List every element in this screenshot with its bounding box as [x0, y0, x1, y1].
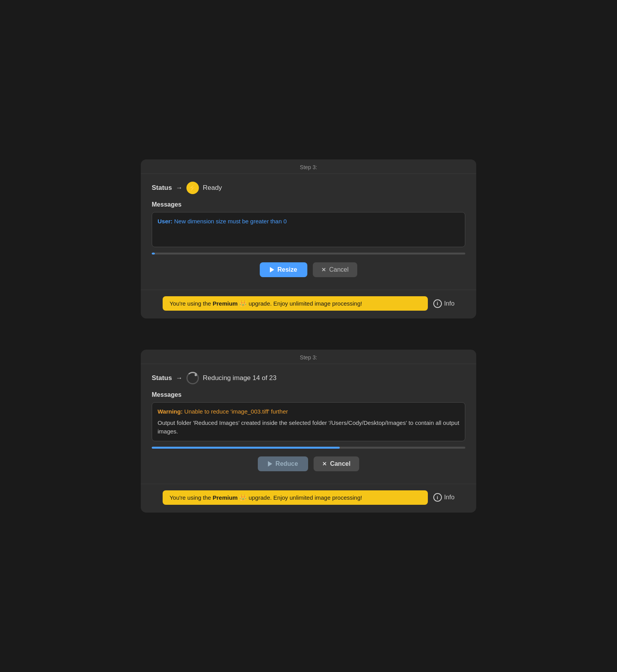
crown-icon-2: 👑 — [239, 494, 247, 501]
premium-text-after-2: upgrade. Enjoy unlimited image processin… — [248, 494, 362, 501]
premium-text-after-1: upgrade. Enjoy unlimited image processin… — [248, 300, 362, 307]
cancel-button-1[interactable]: ✕ Cancel — [313, 262, 357, 277]
progress-fill-1 — [152, 253, 155, 255]
step-header-2: Step 3: — [141, 350, 476, 364]
progress-track-1 — [152, 253, 465, 255]
progress-track-2 — [152, 447, 465, 449]
spinner-icon — [186, 372, 199, 384]
user-label-1: User: — [158, 218, 172, 225]
info-label-1: Info — [444, 300, 455, 307]
premium-bold-2: Premium — [213, 494, 238, 501]
messages-label-2: Messages — [152, 391, 465, 398]
footer-row-2: You're using the Premium 👑 upgrade. Enjo… — [141, 490, 476, 505]
play-icon-1 — [270, 267, 274, 272]
crown-icon-1: 👑 — [239, 300, 247, 307]
status-label-2: Status — [152, 374, 172, 382]
cancel-label-2: Cancel — [330, 460, 350, 467]
step-header-1: Step 3: — [141, 159, 476, 174]
status-arrow-2: → — [176, 374, 183, 382]
info-label-2: Info — [444, 494, 455, 501]
status-row-1: Status → ⚡ Ready — [152, 182, 465, 194]
panel-1: Step 3: Status → ⚡ Ready Messages User: … — [141, 159, 476, 318]
reduce-button[interactable]: Reduce — [258, 456, 308, 471]
messages-box-2: Warning: Unable to reduce 'image_003.tif… — [152, 402, 465, 441]
warning-text: Unable to reduce 'image_003.tiff' furthe… — [183, 408, 288, 415]
status-label-1: Status — [152, 184, 172, 192]
status-text-2: Reducing image 14 of 23 — [203, 374, 277, 382]
footer-row-1: You're using the Premium 👑 upgrade. Enjo… — [141, 296, 476, 311]
resize-button[interactable]: Resize — [260, 262, 307, 277]
status-arrow-1: → — [176, 184, 183, 192]
bolt-icon: ⚡ — [186, 182, 199, 194]
info-button-1[interactable]: i Info — [433, 299, 455, 308]
user-text-1: New dimension size must be greater than … — [172, 218, 287, 225]
divider-1 — [141, 290, 476, 290]
info-circle-icon-2: i — [433, 493, 442, 502]
cancel-label-1: Cancel — [329, 266, 349, 273]
action-row-2: Reduce ✕ Cancel — [152, 456, 465, 471]
status-row-2: Status → Reducing image 14 of 23 — [152, 372, 465, 384]
warning-message: Warning: Unable to reduce 'image_003.tif… — [158, 407, 459, 416]
premium-badge-1: You're using the Premium 👑 upgrade. Enjo… — [163, 296, 428, 311]
reduce-label: Reduce — [275, 460, 298, 467]
premium-badge-2: You're using the Premium 👑 upgrade. Enjo… — [163, 490, 428, 505]
premium-bold-1: Premium — [213, 300, 238, 307]
status-text-1: Ready — [203, 184, 222, 192]
action-row-1: Resize ✕ Cancel — [152, 262, 465, 277]
x-icon-2: ✕ — [322, 461, 327, 467]
user-message-1: User: New dimension size must be greater… — [158, 217, 459, 226]
divider-2 — [141, 484, 476, 484]
panel-2: Step 3: Status → Reducing image 14 of 23… — [141, 350, 476, 513]
premium-text-before-2: You're using the — [170, 494, 211, 501]
play-icon-2 — [268, 461, 272, 467]
progress-fill-2 — [152, 447, 340, 449]
info-circle-icon-1: i — [433, 299, 442, 308]
resize-label: Resize — [277, 266, 297, 273]
messages-label-1: Messages — [152, 201, 465, 208]
premium-text-before-1: You're using the — [170, 300, 211, 307]
messages-box-1: User: New dimension size must be greater… — [152, 212, 465, 247]
info-button-2[interactable]: i Info — [433, 493, 455, 502]
x-icon-1: ✕ — [321, 267, 326, 273]
normal-message: Output folder 'Reduced Images' created i… — [158, 419, 459, 436]
cancel-button-2[interactable]: ✕ Cancel — [314, 456, 359, 471]
warning-label: Warning: — [158, 408, 183, 415]
